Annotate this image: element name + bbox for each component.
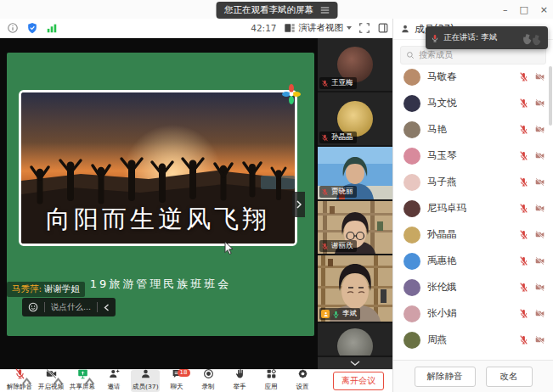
member-avatar [403,121,420,138]
video-tile-xielixin[interactable]: 谢丽欣 [318,201,392,254]
camera-off-icon[interactable] [535,177,545,187]
member-avatar [403,95,420,112]
camera-off-icon[interactable] [535,72,545,81]
mic-muted-icon[interactable] [519,98,528,108]
chat-input-placeholder[interactable]: 说点什么... [51,302,91,313]
member-search-placeholder[interactable]: 搜索成员 [419,49,453,61]
watching-screen-banner[interactable]: 您正在观看李斌的屏幕 [216,2,337,19]
member-name: 马文悦 [427,97,457,109]
unmute-button[interactable]: 解除静音 [415,367,476,387]
emoji-icon[interactable] [28,302,38,312]
raise-hand-icon [234,367,245,383]
camera-off-icon[interactable] [535,125,545,134]
member-list-item[interactable]: 马艳 [393,116,553,143]
camera-off-icon[interactable] [535,98,545,108]
watching-screen-text: 您正在观看李斌的屏幕 [224,4,313,16]
toolbar-button-raise-hand[interactable]: 举手 [225,370,254,392]
member-list: 马敬春 马文悦 马艳 马玉琴 马子燕 [393,64,553,360]
slide-photo: 向阳而生逆风飞翔 [19,90,297,246]
slide-title: 向阳而生逆风飞翔 [21,203,295,237]
members-panel-footer: 解除静音 改名 [393,360,553,392]
mic-muted-icon[interactable] [519,309,528,318]
toolbar-button-invite[interactable]: 邀请 [99,370,128,392]
view-mode-selector[interactable]: 演讲者视图 [284,22,353,34]
member-list-item[interactable]: 张伦娥 [393,274,553,300]
speaker-view-icon [284,22,296,34]
mic-muted-icon[interactable] [519,204,528,213]
window-controls: – □ × [503,0,548,19]
rename-button[interactable]: 改名 [486,367,533,387]
side-panel-icon[interactable] [377,22,389,34]
speaking-banner: 正在讲话: 李斌 [426,26,548,49]
toolbar-button-apps[interactable]: 应用 [257,370,285,392]
toolbar-button-share-screen[interactable]: 共享屏幕 [68,370,97,392]
camera-off-icon[interactable] [535,256,545,266]
info-icon[interactable] [7,22,19,34]
minimize-button[interactable]: – [503,4,508,15]
member-list-item[interactable]: 禹惠艳 [393,248,553,274]
mic-muted-icon[interactable] [519,177,528,187]
toolbar-button-label: 聊天 [170,383,183,391]
member-list-item[interactable]: 孙晶晶 [393,221,553,248]
member-list-item[interactable]: 马敬春 [393,64,553,90]
toolbar-button-record[interactable]: 录制 [194,370,223,392]
shield-icon[interactable] [26,22,38,34]
camera-off-icon[interactable] [535,309,545,318]
scroll-down-button[interactable] [318,357,392,369]
mic-icon [431,34,439,42]
toolbar-button-members[interactable]: 成员(37) [131,370,160,392]
toolbar-button-camera-off[interactable]: 开启视频 [37,370,65,392]
mic-muted-icon[interactable] [519,256,528,266]
video-tile-wangyamei[interactable]: 王亚梅 [318,38,392,91]
mic-muted-icon [321,188,329,196]
chevron-down-icon [350,361,360,366]
leave-meeting-button[interactable]: 离开会议 [333,372,384,390]
camera-off-icon[interactable] [535,283,545,292]
member-name: 禹惠艳 [427,255,457,267]
member-list-item[interactable]: 张小娟 [393,300,553,327]
member-name: 马子燕 [427,176,457,188]
unread-badge: 18 [178,369,190,377]
member-list-item[interactable]: 马文悦 [393,90,553,116]
member-list-scrollbar[interactable] [549,66,552,126]
camera-off-icon[interactable] [535,204,545,213]
chat-input-bar[interactable]: 说点什么... [22,298,116,316]
video-tile-sunjingjing[interactable]: 孙晶晶 [318,92,392,145]
member-name: 张伦娥 [427,281,457,294]
member-name: 张小娟 [427,307,457,320]
mic-muted-icon[interactable] [519,72,528,81]
mic-muted-icon[interactable] [519,125,528,134]
video-tile-jiaxiaoli[interactable]: 贾晓丽 [318,147,392,199]
mic-muted-icon[interactable] [519,283,528,292]
chat-message-overlay: 马秀萍:谢谢学姐 [7,282,85,297]
member-list-item[interactable]: 周燕 [393,327,553,353]
close-button[interactable]: × [540,4,548,15]
member-list-item[interactable]: 马子燕 [393,169,553,195]
collapse-chat-icon[interactable] [104,304,110,311]
video-tile-partial[interactable] [318,323,392,356]
toolbar-button-label: 录制 [201,383,214,391]
member-list-item[interactable]: 尼玛卓玛 [393,195,553,221]
camera-off-icon[interactable] [535,335,545,344]
host-badge-icon [321,310,330,318]
chat-sender: 马秀萍: [12,283,42,294]
chevron-right-icon [296,200,302,209]
toolbar-button-label: 共享屏幕 [70,383,95,391]
toolbar-button-chat[interactable]: 18聊天 [162,370,191,392]
fullscreen-icon[interactable] [358,22,370,34]
camera-off-icon[interactable] [535,151,545,160]
video-tile-libin[interactable]: 李斌 [318,255,392,322]
maximize-button[interactable]: □ [519,4,528,15]
next-slide-arrow[interactable] [292,192,305,217]
member-name: 孙晶晶 [427,228,457,241]
menu-icon[interactable] [320,7,329,14]
member-list-item[interactable]: 马玉琴 [393,143,553,169]
member-name: 马玉琴 [427,149,457,162]
toolbar-button-settings[interactable]: 设置 [288,370,317,392]
mic-muted-icon[interactable] [519,151,528,160]
camera-off-icon[interactable] [535,230,545,239]
chat-text: 谢谢学姐 [44,283,80,294]
toolbar-button-mic-muted[interactable]: 解除静音 [5,370,34,392]
mic-muted-icon[interactable] [519,335,528,344]
mic-muted-icon[interactable] [519,230,528,239]
